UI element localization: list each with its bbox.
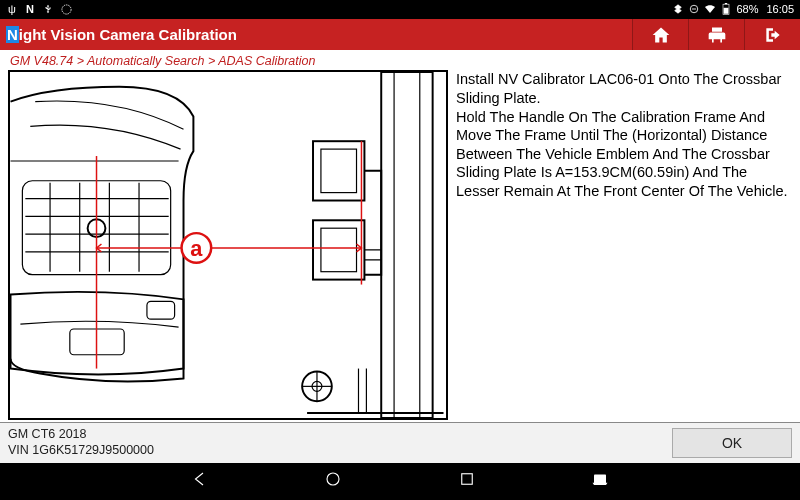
app-header: Night Vision Camera Calibration [0,19,800,51]
home-button[interactable] [632,19,688,51]
clock: 16:05 [766,3,794,15]
nav-back-button[interactable] [191,470,209,492]
battery-icon [720,3,732,15]
measurement-label: a [190,236,203,261]
settings-icon [60,3,72,15]
android-nav-bar [0,463,800,500]
svg-rect-37 [461,474,472,485]
svg-point-36 [327,473,339,485]
svg-rect-2 [692,9,696,10]
wifi-icon [704,3,716,15]
svg-rect-5 [724,8,729,14]
breadcrumb: GM V48.74 > Automatically Search > ADAS … [0,50,800,70]
battery-percent: 68% [736,3,758,15]
psi-icon: ψ [6,3,18,15]
svg-rect-19 [381,72,432,418]
vehicle-vin: VIN 1G6K51729J9500000 [8,443,154,459]
calibration-diagram: a [8,70,448,420]
svg-rect-4 [725,3,727,4]
svg-rect-25 [321,229,357,272]
svg-rect-23 [321,150,357,193]
instruction-text: Install NV Calibrator LAC06-01 Onto The … [456,70,792,420]
nav-recent-button[interactable] [458,470,476,492]
page-title: Night Vision Camera Calibration [6,26,237,43]
nav-screenshot-button[interactable] [591,470,609,492]
dnd-icon [688,3,700,15]
android-status-bar: ψ N 68% 16:05 [0,0,800,19]
bluetooth-icon [672,3,684,15]
footer-bar: GM CT6 2018 VIN 1G6K51729J9500000 OK [0,422,800,462]
usb-icon [42,3,54,15]
vehicle-model: GM CT6 2018 [8,427,154,443]
svg-rect-38 [594,475,606,484]
svg-rect-17 [147,302,175,320]
exit-button[interactable] [744,19,800,51]
print-button[interactable] [688,19,744,51]
svg-point-0 [61,5,70,14]
ok-button[interactable]: OK [672,428,792,458]
n-icon: N [24,3,36,15]
nav-home-button[interactable] [324,470,342,492]
